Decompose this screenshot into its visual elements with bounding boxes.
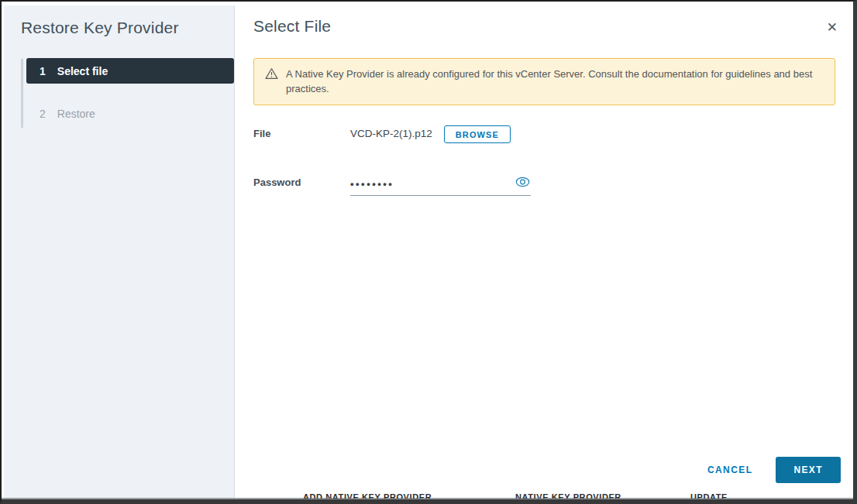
- cancel-button[interactable]: CANCEL: [707, 465, 752, 475]
- warning-banner: A Native Key Provider is already configu…: [253, 58, 835, 105]
- page-title: Select File: [235, 5, 853, 36]
- warning-text: A Native Key Provider is already configu…: [286, 67, 824, 96]
- warning-triangle-icon: [265, 67, 278, 80]
- close-icon[interactable]: ✕: [827, 21, 838, 34]
- wizard-sidebar: Restore Key Provider 1 Select file 2 Res…: [4, 5, 234, 499]
- file-label: File: [253, 125, 350, 139]
- clipped-background-text: ADD NATIVE KEY PROVIDER: [303, 492, 432, 499]
- step-select-file[interactable]: 1 Select file: [26, 58, 234, 84]
- eye-icon[interactable]: [515, 177, 530, 187]
- browse-button[interactable]: BROWSE: [444, 125, 511, 143]
- step-label: Select file: [57, 65, 108, 77]
- clipped-background-text: UPDATE: [690, 492, 728, 499]
- step-track: [21, 59, 23, 128]
- password-label: Password: [253, 174, 350, 188]
- wizard-content-panel: Select File ✕ A Native Key Provider is a…: [234, 5, 853, 499]
- selected-file-name: VCD-KP-2(1).p12: [350, 125, 432, 139]
- next-button[interactable]: NEXT: [776, 457, 841, 483]
- password-input[interactable]: ••••••••: [350, 174, 531, 196]
- step-label: Restore: [57, 108, 95, 120]
- password-masked-value: ••••••••: [350, 178, 394, 190]
- restore-key-provider-modal: Restore Key Provider 1 Select file 2 Res…: [0, 0, 857, 504]
- password-field-row: Password ••••••••: [253, 174, 836, 196]
- step-number: 1: [40, 65, 46, 77]
- wizard-footer: CANCEL NEXT: [707, 457, 841, 483]
- step-restore: 2 Restore: [4, 101, 234, 126]
- file-field-row: File VCD-KP-2(1).p12 BROWSE: [253, 125, 836, 143]
- step-number: 2: [40, 108, 46, 120]
- clipped-background-text: NATIVE KEY PROVIDER: [515, 492, 621, 499]
- modal-title: Restore Key Provider: [4, 5, 234, 37]
- wizard-steps: 1 Select file 2 Restore: [4, 58, 234, 126]
